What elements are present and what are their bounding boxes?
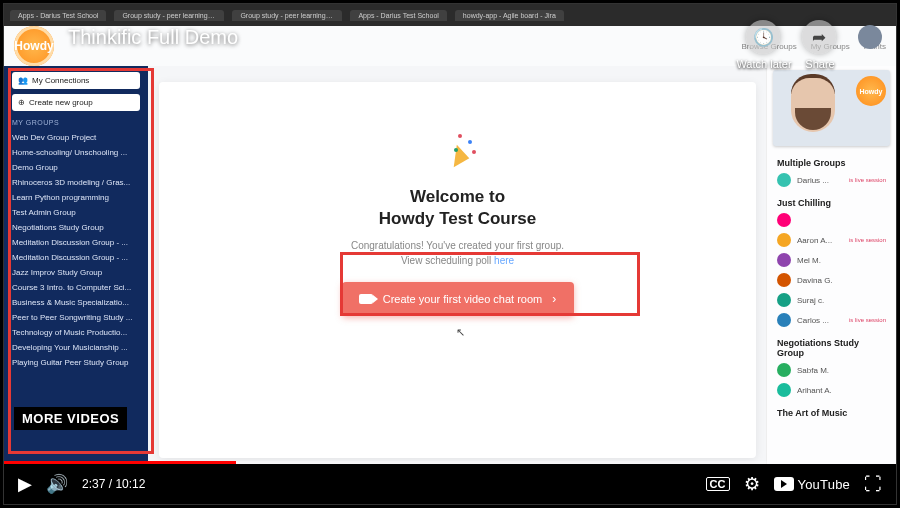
member-name: Arihant A. [797, 386, 832, 395]
browser-tab[interactable]: Group study - peer learning - yo... [114, 10, 224, 21]
plus-circle-icon: ⊕ [18, 98, 25, 107]
avatar-icon [777, 363, 791, 377]
create-group-label: Create new group [29, 98, 93, 107]
time-total: 10:12 [115, 477, 145, 491]
main-welcome-card: Welcome to Howdy Test Course Congratulat… [159, 82, 756, 458]
section-title: Multiple Groups [767, 150, 896, 170]
member-name: Darius ... [797, 176, 829, 185]
avatar-icon [777, 173, 791, 187]
sidebar-item[interactable]: Peer to Peer Songwriting Study ... [12, 310, 140, 325]
watch-later-wrap: 🕓 Watch later [746, 20, 780, 54]
member-row[interactable]: Suraj c. [767, 290, 896, 310]
player-controls: ▶ 🔊 2:37 / 10:12 CC ⚙ YouTube ⛶ [4, 464, 896, 504]
section-title: The Art of Music [767, 400, 896, 420]
sidebar-item[interactable]: Business & Music Specializatio... [12, 295, 140, 310]
sidebar: 👥 My Connections ⊕ Create new group MY G… [4, 66, 148, 464]
sidebar-item[interactable]: Developing Your Musicianship ... [12, 340, 140, 355]
watch-later-button[interactable]: 🕓 [746, 20, 780, 54]
sidebar-item[interactable]: Playing Guitar Peer Study Group [12, 355, 140, 370]
member-row[interactable]: Mel M. [767, 250, 896, 270]
confetti-icon [436, 128, 480, 172]
member-row[interactable]: Arihant A. [767, 380, 896, 400]
avatar-icon [777, 273, 791, 287]
channel-avatar[interactable] [858, 25, 882, 49]
poll-text: View scheduling poll here [401, 255, 514, 266]
welcome-heading: Welcome to Howdy Test Course [379, 186, 536, 230]
sidebar-item[interactable]: Web Dev Group Project [12, 130, 140, 145]
live-badge: is live session [849, 177, 886, 183]
live-badge: is live session [849, 237, 886, 243]
browser-tab[interactable]: Apps - Darius Test School [350, 10, 446, 21]
youtube-top-actions: 🕓 Watch later ➦ Share [746, 20, 882, 54]
member-name: Davina G. [797, 276, 833, 285]
poll-prefix: View scheduling poll [401, 255, 494, 266]
sidebar-item[interactable]: Learn Python programming [12, 190, 140, 205]
play-button[interactable]: ▶ [18, 473, 32, 495]
more-videos-overlay[interactable]: MORE VIDEOS [14, 407, 127, 430]
browser-tab[interactable]: howdy-app - Agile board - Jira [455, 10, 564, 21]
sidebar-item[interactable]: Course 3 Intro. to Computer Sci... [12, 280, 140, 295]
member-row[interactable] [767, 210, 896, 230]
fullscreen-button[interactable]: ⛶ [864, 474, 882, 495]
time-current: 2:37 [82, 477, 105, 491]
sidebar-item[interactable]: Rhinoceros 3D modeling / Gras... [12, 175, 140, 190]
sidebar-item[interactable]: Technology of Music Productio... [12, 325, 140, 340]
avatar-icon [777, 313, 791, 327]
create-video-room-button[interactable]: Create your first video chat room › [342, 282, 574, 316]
sidebar-item[interactable]: Demo Group [12, 160, 140, 175]
app-body: Howdy Browse Groups My Groups Points 👥 M… [4, 26, 896, 464]
member-row[interactable]: Aaron A...is live session [767, 230, 896, 250]
member-row[interactable]: Darius ...is live session [767, 170, 896, 190]
my-connections-button[interactable]: 👥 My Connections [12, 72, 140, 89]
member-row[interactable]: Davina G. [767, 270, 896, 290]
cta-label: Create your first video chat room [383, 293, 543, 305]
time-display: 2:37 / 10:12 [82, 477, 145, 491]
howdy-badge-icon: Howdy [856, 76, 886, 106]
youtube-play-icon [774, 477, 794, 491]
member-name: Aaron A... [797, 236, 832, 245]
my-connections-label: My Connections [32, 76, 89, 85]
create-group-button[interactable]: ⊕ Create new group [12, 94, 140, 111]
settings-gear-icon[interactable]: ⚙ [744, 473, 760, 495]
member-name: Mel M. [797, 256, 821, 265]
section-title: Negotiations Study Group [767, 330, 896, 360]
member-name: Sabfa M. [797, 366, 829, 375]
sidebar-item[interactable]: Meditation Discussion Group - ... [12, 250, 140, 265]
section-title: Just Chilling [767, 190, 896, 210]
member-name: Carlos ... [797, 316, 829, 325]
sidebar-item[interactable]: Negotiations Study Group [12, 220, 140, 235]
avatar-icon [777, 213, 791, 227]
live-badge: is live session [849, 317, 886, 323]
sidebar-item[interactable]: Jazz Improv Study Group [12, 265, 140, 280]
poll-link[interactable]: here [494, 255, 514, 266]
browser-tab[interactable]: Apps - Darius Test School [10, 10, 106, 21]
clock-icon: 🕓 [753, 27, 774, 48]
chevron-right-icon: › [552, 292, 556, 306]
volume-button[interactable]: 🔊 [46, 473, 68, 495]
logo-text: Howdy [14, 39, 53, 53]
youtube-logo[interactable]: YouTube [774, 477, 851, 492]
people-icon: 👥 [18, 76, 28, 85]
sidebar-item[interactable]: Meditation Discussion Group - ... [12, 235, 140, 250]
video-camera-icon [359, 294, 373, 304]
member-row[interactable]: Carlos ...is live session [767, 310, 896, 330]
howdy-logo[interactable]: Howdy [14, 26, 54, 66]
video-title[interactable]: Thinkific Full Demo [68, 26, 238, 49]
sidebar-item[interactable]: Test Admin Group [12, 205, 140, 220]
browser-tab[interactable]: Group study - peer learning - yo... [232, 10, 342, 21]
share-wrap: ➦ Share [802, 20, 836, 54]
avatar-icon [777, 233, 791, 247]
my-groups-heading: MY GROUPS [12, 119, 140, 126]
welcome-line1: Welcome to [379, 186, 536, 208]
avatar-icon [777, 383, 791, 397]
avatar-icon [777, 293, 791, 307]
share-label: Share [780, 58, 860, 70]
sidebar-item[interactable]: Home-schooling/ Unschooling ... [12, 145, 140, 160]
member-row[interactable]: Sabfa M. [767, 360, 896, 380]
captions-button[interactable]: CC [706, 477, 730, 491]
welcome-line2: Howdy Test Course [379, 208, 536, 230]
member-name: Suraj c. [797, 296, 824, 305]
presenter-webcam: Howdy [773, 70, 890, 146]
video-frame: Apps - Darius Test School Group study - … [3, 3, 897, 505]
share-button[interactable]: ➦ [802, 20, 836, 54]
